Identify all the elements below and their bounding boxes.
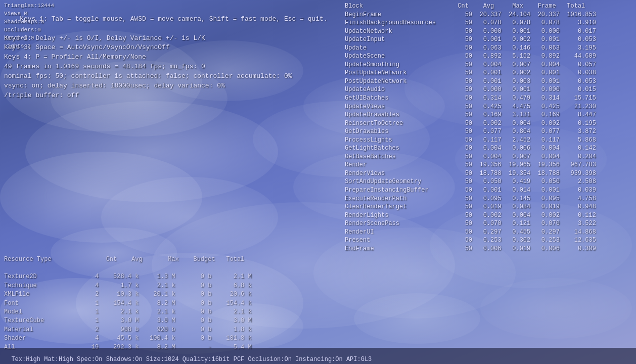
- stats4-text: /triple buffer: off: [4, 91, 340, 101]
- stats3-text: vsync: on; delay inserted: 18000usec; de…: [4, 81, 340, 91]
- stats2-text: nominal fps: 50; controller is attached:…: [4, 72, 340, 81]
- keys4-text: Keys 4: P = Profiler All/Memory/None: [4, 53, 340, 62]
- resource-panel: Resource Type Cnt Avg Max Budget Total T…: [0, 253, 329, 354]
- status-bar: Tex:High Mat:High Spec:On Shadows:On Siz…: [0, 348, 636, 364]
- resource-table: Resource Type Cnt Avg Max Budget Total T…: [4, 255, 325, 352]
- status-text: Tex:High Mat:High Spec:On Shadows:On Siz…: [11, 356, 372, 363]
- keys-help: Keys 1: Tab = toggle mouse, AWSD = move …: [4, 2, 340, 34]
- keys-line1: Keys 1: Tab = toggle mouse, AWSD = move …: [20, 15, 328, 23]
- left-panel: Triangles:13444 Views M ShadowMaps:0 Occ…: [0, 0, 344, 102]
- keys2-text: Keys 2: Delay +/- is O/I, Delay Variance…: [4, 34, 340, 43]
- right-panel: Block Cnt Avg Max Frame Total BeginFrame…: [343, 0, 636, 255]
- profiler-table: Block Cnt Avg Max Frame Total BeginFrame…: [345, 2, 634, 253]
- keys3-text: Keys 3: Space = AutoVsync/VsyncOn/VsyncO…: [4, 43, 340, 53]
- counters-text: Triangles:13444 Views M ShadowMaps:0 Occ…: [4, 2, 54, 51]
- stats1-text: 49 frames in 1.0169 seconds = 48.184 fps…: [4, 62, 340, 72]
